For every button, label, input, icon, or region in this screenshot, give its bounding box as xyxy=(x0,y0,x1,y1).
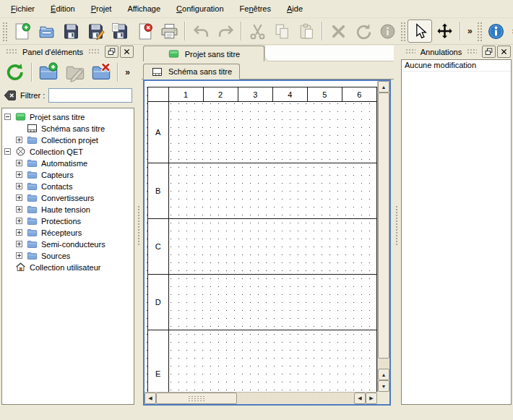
qet-collection-icon xyxy=(14,146,27,157)
expand-icon[interactable] xyxy=(16,183,22,189)
tree-item-label: Projet sans titre xyxy=(30,112,85,121)
move-icon[interactable] xyxy=(432,20,457,43)
left-splitter[interactable] xyxy=(136,45,142,406)
float-panel-button[interactable] xyxy=(105,46,118,58)
tree-item-label: Collection projet xyxy=(41,135,98,145)
right-splitter[interactable] xyxy=(394,45,400,406)
clear-filter-icon[interactable] xyxy=(4,89,17,102)
folder-icon xyxy=(26,239,38,249)
open-icon[interactable] xyxy=(34,20,59,43)
status-bar xyxy=(0,406,513,420)
save-icon[interactable] xyxy=(59,20,83,43)
toolbar-drag-handle[interactable] xyxy=(477,22,482,41)
scroll-up-icon[interactable] xyxy=(378,81,389,93)
menu-edition[interactable]: Édition xyxy=(43,2,83,15)
float-panel-button[interactable] xyxy=(482,46,496,58)
menu-aide[interactable]: Aide xyxy=(279,2,311,15)
horizontal-scrollbar-track[interactable] xyxy=(237,393,354,404)
titlebar-grip xyxy=(88,48,100,55)
save-as-icon[interactable] xyxy=(83,20,108,43)
print-icon[interactable] xyxy=(157,20,181,43)
tree-item-label: Collection QET xyxy=(30,147,83,156)
vertical-scrollbar-thumb[interactable] xyxy=(378,93,389,359)
tab-projet-sans-titre[interactable]: Projet sans titre xyxy=(143,46,264,61)
tree-item-protections[interactable]: Protections xyxy=(2,215,134,226)
element-panel-toolbar: » xyxy=(0,59,136,86)
folder-icon xyxy=(26,227,38,238)
horizontal-scrollbar[interactable] xyxy=(145,392,377,404)
menu-projet[interactable]: Projet xyxy=(83,2,120,15)
folder-icon xyxy=(26,158,38,168)
tree-item-sources[interactable]: Sources xyxy=(2,249,134,261)
schema-icon xyxy=(26,123,38,134)
tree-item-haute-tension[interactable]: Haute tension xyxy=(2,203,134,215)
undo-list-item[interactable]: Aucune modification xyxy=(402,60,511,72)
tree-item-collection-qet[interactable]: Collection QET xyxy=(2,145,134,157)
delete-category-icon[interactable] xyxy=(88,59,114,85)
scroll-left-icon[interactable] xyxy=(145,393,156,404)
tree-item-semi-conducteurs[interactable]: Semi-conducteurs xyxy=(2,238,134,249)
tree-item-label: Convertisseurs xyxy=(41,193,94,202)
expand-icon[interactable] xyxy=(16,194,22,201)
select-arrow-icon[interactable] xyxy=(408,20,432,43)
toolbar-drag-handle[interactable] xyxy=(2,22,7,41)
tab-schema-sans-titre[interactable]: Schéma sans titre xyxy=(143,64,240,80)
horizontal-scrollbar-thumb[interactable] xyxy=(156,393,237,404)
expand-icon[interactable] xyxy=(16,252,22,259)
scroll-left-icon[interactable] xyxy=(354,393,366,404)
diagram-info-icon[interactable] xyxy=(484,20,509,43)
paste-icon xyxy=(294,20,319,43)
new-category-icon[interactable] xyxy=(35,59,61,85)
tree-item-label: Récepteurs xyxy=(41,228,82,237)
expand-icon[interactable] xyxy=(16,206,22,213)
close-panel-button[interactable] xyxy=(120,46,134,58)
tab-bar-filler xyxy=(264,46,394,61)
expand-icon[interactable] xyxy=(16,137,22,143)
element-panel-titlebar: Panel d'éléments xyxy=(0,45,136,59)
close-panel-button[interactable] xyxy=(497,46,511,58)
tree-item-label: Haute tension xyxy=(41,205,90,214)
collapse-icon[interactable] xyxy=(4,113,11,120)
diagram-canvas[interactable]: 123456ABCDE xyxy=(145,81,377,392)
save-all-icon[interactable] xyxy=(108,20,132,43)
vertical-scrollbar[interactable] xyxy=(377,81,389,392)
expand-icon[interactable] xyxy=(16,229,22,236)
element-tree: Projet sans titreSchéma sans titreCollec… xyxy=(1,108,134,405)
toolbar-overflow-button[interactable]: » xyxy=(464,26,476,36)
toolbar-drag-handle[interactable] xyxy=(400,22,405,41)
folder-icon xyxy=(26,192,38,203)
scroll-down-icon[interactable] xyxy=(378,380,389,392)
toolbar-separator xyxy=(241,22,242,40)
menu-fichier[interactable]: Fichier xyxy=(3,2,43,15)
expand-icon[interactable] xyxy=(16,241,22,247)
schema-tab-label: Schéma sans titre xyxy=(168,67,232,76)
menu-affichage[interactable]: Affichage xyxy=(119,2,168,15)
new-document-icon[interactable] xyxy=(9,20,34,43)
menu-fenetres[interactable]: Fenêtres xyxy=(232,2,279,15)
menu-configuration[interactable]: Configuration xyxy=(168,2,231,15)
tree-item-automatisme[interactable]: Automatisme xyxy=(2,157,134,168)
tree-item-convertisseurs[interactable]: Convertisseurs xyxy=(2,192,134,203)
collapse-icon[interactable] xyxy=(4,148,11,155)
toolbar-row: » » xyxy=(0,18,513,45)
reload-collections-icon[interactable] xyxy=(2,59,28,85)
tree-item-label: Sources xyxy=(41,251,70,260)
scroll-up-icon[interactable] xyxy=(378,369,389,380)
main-area: Panel d'éléments » Filtrer : Projet sans… xyxy=(0,45,513,406)
expand-icon[interactable] xyxy=(16,218,22,224)
tree-item-projet-sans-titre[interactable]: Projet sans titre xyxy=(2,111,134,122)
scroll-right-icon[interactable] xyxy=(366,393,377,404)
toolbar-overflow-button[interactable]: » xyxy=(509,26,513,36)
vertical-scrollbar-track[interactable] xyxy=(378,359,389,369)
expand-icon[interactable] xyxy=(16,171,22,178)
expand-icon[interactable] xyxy=(16,160,22,166)
filter-input[interactable] xyxy=(48,88,132,103)
close-file-icon[interactable] xyxy=(132,20,157,43)
tree-item-recepteurs[interactable]: Récepteurs xyxy=(2,226,134,238)
tree-item-schema-sans-titre[interactable]: Schéma sans titre xyxy=(2,122,134,134)
tree-item-collection-projet[interactable]: Collection projet xyxy=(2,134,134,145)
tree-item-contacts[interactable]: Contacts xyxy=(2,180,134,192)
toolbar-overflow-button[interactable]: » xyxy=(121,67,134,77)
tree-item-collection-utilisateur[interactable]: Collection utilisateur xyxy=(2,261,134,273)
tree-item-capteurs[interactable]: Capteurs xyxy=(2,168,134,180)
